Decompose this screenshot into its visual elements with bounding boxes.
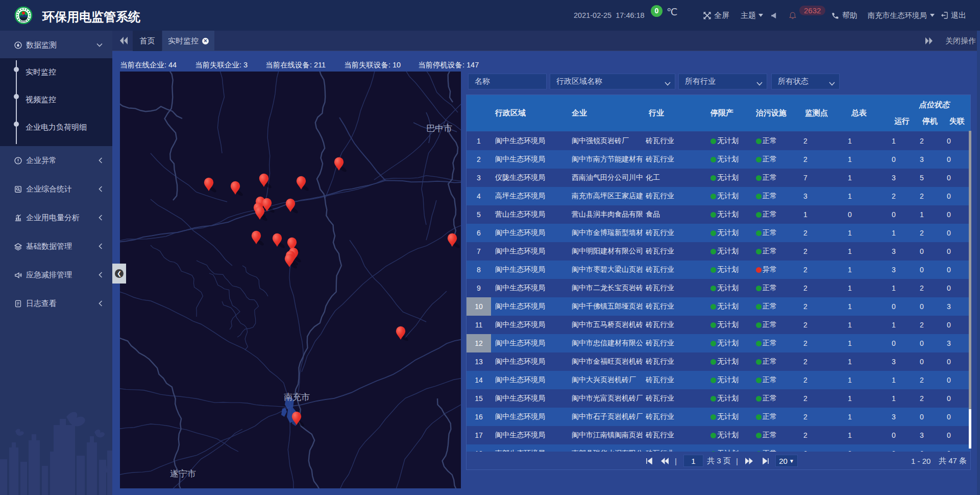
svg-text:巴中市: 巴中市 <box>426 124 452 133</box>
svg-text:遂宁市: 遂宁市 <box>170 469 196 479</box>
svg-text:南充市: 南充市 <box>284 392 310 402</box>
